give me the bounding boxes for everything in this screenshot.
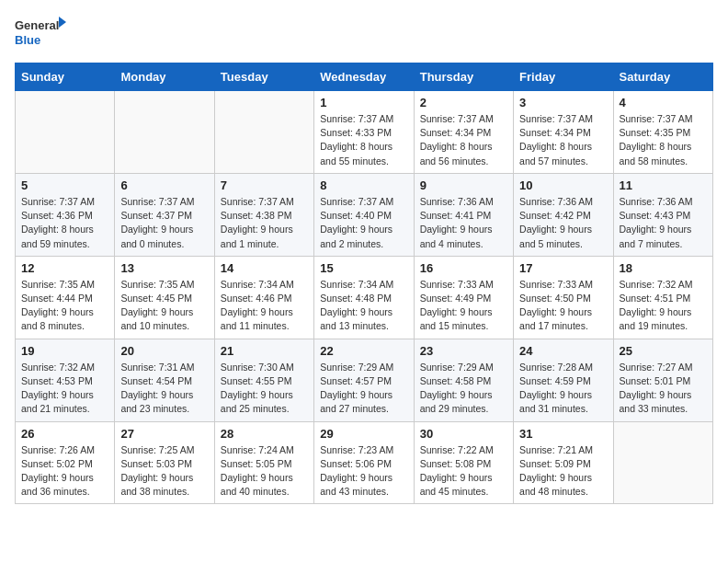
calendar-week-row: 1Sunrise: 7:37 AM Sunset: 4:33 PM Daylig… — [16, 91, 713, 174]
calendar-cell — [613, 421, 712, 504]
calendar-cell: 4Sunrise: 7:37 AM Sunset: 4:35 PM Daylig… — [613, 91, 712, 174]
day-info: Sunrise: 7:21 AM Sunset: 5:09 PM Dayligh… — [519, 443, 607, 500]
calendar-cell: 5Sunrise: 7:37 AM Sunset: 4:36 PM Daylig… — [16, 173, 115, 256]
day-info: Sunrise: 7:23 AM Sunset: 5:06 PM Dayligh… — [320, 443, 407, 500]
calendar-cell: 31Sunrise: 7:21 AM Sunset: 5:09 PM Dayli… — [514, 421, 613, 504]
day-info: Sunrise: 7:37 AM Sunset: 4:37 PM Dayligh… — [120, 195, 208, 251]
calendar-week-row: 19Sunrise: 7:32 AM Sunset: 4:53 PM Dayli… — [16, 339, 713, 421]
day-number: 13 — [120, 261, 208, 275]
day-number: 21 — [221, 344, 308, 358]
calendar-cell: 19Sunrise: 7:32 AM Sunset: 4:53 PM Dayli… — [16, 339, 115, 421]
day-number: 17 — [519, 261, 607, 275]
logo: GeneralBlue — [15, 15, 70, 52]
calendar-cell — [115, 91, 214, 174]
calendar-week-row: 12Sunrise: 7:35 AM Sunset: 4:44 PM Dayli… — [16, 256, 713, 339]
day-info: Sunrise: 7:35 AM Sunset: 4:45 PM Dayligh… — [120, 278, 208, 334]
day-info: Sunrise: 7:37 AM Sunset: 4:35 PM Dayligh… — [620, 112, 707, 168]
day-number: 10 — [519, 178, 607, 192]
day-number: 7 — [221, 178, 308, 192]
day-info: Sunrise: 7:27 AM Sunset: 5:01 PM Dayligh… — [620, 361, 707, 417]
day-number: 26 — [21, 427, 108, 441]
calendar-cell: 18Sunrise: 7:32 AM Sunset: 4:51 PM Dayli… — [613, 256, 712, 339]
calendar-cell: 17Sunrise: 7:33 AM Sunset: 4:50 PM Dayli… — [514, 256, 613, 339]
day-number: 19 — [21, 344, 108, 358]
day-info: Sunrise: 7:37 AM Sunset: 4:38 PM Dayligh… — [221, 195, 308, 251]
day-info: Sunrise: 7:32 AM Sunset: 4:53 PM Dayligh… — [21, 361, 108, 417]
calendar-header-tuesday: Tuesday — [214, 63, 313, 91]
day-info: Sunrise: 7:22 AM Sunset: 5:08 PM Dayligh… — [420, 443, 507, 500]
calendar-cell: 1Sunrise: 7:37 AM Sunset: 4:33 PM Daylig… — [314, 91, 414, 174]
day-info: Sunrise: 7:24 AM Sunset: 5:05 PM Dayligh… — [221, 443, 308, 500]
calendar-cell: 30Sunrise: 7:22 AM Sunset: 5:08 PM Dayli… — [414, 421, 513, 504]
day-number: 6 — [120, 178, 208, 192]
day-info: Sunrise: 7:37 AM Sunset: 4:34 PM Dayligh… — [519, 112, 607, 168]
calendar-cell: 24Sunrise: 7:28 AM Sunset: 4:59 PM Dayli… — [514, 339, 613, 421]
calendar-cell — [214, 91, 313, 174]
day-number: 5 — [21, 178, 108, 192]
day-number: 12 — [21, 261, 108, 275]
day-info: Sunrise: 7:37 AM Sunset: 4:40 PM Dayligh… — [320, 195, 407, 251]
day-info: Sunrise: 7:28 AM Sunset: 4:59 PM Dayligh… — [519, 361, 607, 417]
calendar-cell: 16Sunrise: 7:33 AM Sunset: 4:49 PM Dayli… — [414, 256, 513, 339]
day-info: Sunrise: 7:25 AM Sunset: 5:03 PM Dayligh… — [120, 443, 208, 500]
svg-text:Blue: Blue — [15, 33, 40, 47]
svg-marker-1 — [59, 17, 66, 28]
calendar-header-saturday: Saturday — [613, 63, 712, 91]
day-info: Sunrise: 7:37 AM Sunset: 4:34 PM Dayligh… — [420, 112, 507, 168]
day-number: 28 — [221, 427, 308, 441]
calendar-cell: 9Sunrise: 7:36 AM Sunset: 4:41 PM Daylig… — [414, 173, 513, 256]
calendar-header-friday: Friday — [514, 63, 613, 91]
day-number: 1 — [320, 96, 407, 109]
calendar-cell: 8Sunrise: 7:37 AM Sunset: 4:40 PM Daylig… — [314, 173, 414, 256]
day-info: Sunrise: 7:36 AM Sunset: 4:43 PM Dayligh… — [620, 195, 707, 251]
calendar-header-wednesday: Wednesday — [314, 63, 414, 91]
calendar-cell: 14Sunrise: 7:34 AM Sunset: 4:46 PM Dayli… — [214, 256, 313, 339]
calendar-header-sunday: Sunday — [16, 63, 115, 91]
day-info: Sunrise: 7:34 AM Sunset: 4:48 PM Dayligh… — [320, 278, 407, 334]
calendar-cell: 21Sunrise: 7:30 AM Sunset: 4:55 PM Dayli… — [214, 339, 313, 421]
day-number: 9 — [420, 178, 507, 192]
day-info: Sunrise: 7:36 AM Sunset: 4:41 PM Dayligh… — [420, 195, 507, 251]
day-info: Sunrise: 7:29 AM Sunset: 4:57 PM Dayligh… — [320, 361, 407, 417]
day-info: Sunrise: 7:29 AM Sunset: 4:58 PM Dayligh… — [420, 361, 507, 417]
calendar-cell: 15Sunrise: 7:34 AM Sunset: 4:48 PM Dayli… — [314, 256, 414, 339]
day-number: 31 — [519, 427, 607, 441]
calendar-cell: 7Sunrise: 7:37 AM Sunset: 4:38 PM Daylig… — [214, 173, 313, 256]
logo-icon: GeneralBlue — [15, 15, 70, 52]
day-number: 22 — [320, 344, 407, 358]
page-header: GeneralBlue — [15, 15, 713, 52]
calendar-cell: 10Sunrise: 7:36 AM Sunset: 4:42 PM Dayli… — [514, 173, 613, 256]
day-info: Sunrise: 7:35 AM Sunset: 4:44 PM Dayligh… — [21, 278, 108, 334]
day-info: Sunrise: 7:31 AM Sunset: 4:54 PM Dayligh… — [120, 361, 208, 417]
day-number: 27 — [120, 427, 208, 441]
calendar-header-monday: Monday — [115, 63, 214, 91]
calendar-week-row: 5Sunrise: 7:37 AM Sunset: 4:36 PM Daylig… — [16, 173, 713, 256]
svg-text:General: General — [15, 18, 59, 32]
calendar-header-row: SundayMondayTuesdayWednesdayThursdayFrid… — [16, 63, 713, 91]
day-number: 20 — [120, 344, 208, 358]
day-number: 29 — [320, 427, 407, 441]
calendar-header-thursday: Thursday — [414, 63, 513, 91]
calendar-cell: 11Sunrise: 7:36 AM Sunset: 4:43 PM Dayli… — [613, 173, 712, 256]
calendar-week-row: 26Sunrise: 7:26 AM Sunset: 5:02 PM Dayli… — [16, 421, 713, 504]
calendar-cell: 12Sunrise: 7:35 AM Sunset: 4:44 PM Dayli… — [16, 256, 115, 339]
day-info: Sunrise: 7:33 AM Sunset: 4:50 PM Dayligh… — [519, 278, 607, 334]
calendar-cell: 25Sunrise: 7:27 AM Sunset: 5:01 PM Dayli… — [613, 339, 712, 421]
day-info: Sunrise: 7:34 AM Sunset: 4:46 PM Dayligh… — [221, 278, 308, 334]
calendar-cell: 22Sunrise: 7:29 AM Sunset: 4:57 PM Dayli… — [314, 339, 414, 421]
calendar-table: SundayMondayTuesdayWednesdayThursdayFrid… — [15, 63, 713, 504]
day-number: 11 — [620, 178, 707, 192]
calendar-cell: 27Sunrise: 7:25 AM Sunset: 5:03 PM Dayli… — [115, 421, 214, 504]
day-info: Sunrise: 7:37 AM Sunset: 4:36 PM Dayligh… — [21, 195, 108, 251]
calendar-cell: 20Sunrise: 7:31 AM Sunset: 4:54 PM Dayli… — [115, 339, 214, 421]
day-number: 24 — [519, 344, 607, 358]
calendar-cell: 26Sunrise: 7:26 AM Sunset: 5:02 PM Dayli… — [16, 421, 115, 504]
day-number: 14 — [221, 261, 308, 275]
day-info: Sunrise: 7:33 AM Sunset: 4:49 PM Dayligh… — [420, 278, 507, 334]
calendar-cell — [16, 91, 115, 174]
day-info: Sunrise: 7:37 AM Sunset: 4:33 PM Dayligh… — [320, 112, 407, 168]
calendar-cell: 13Sunrise: 7:35 AM Sunset: 4:45 PM Dayli… — [115, 256, 214, 339]
day-info: Sunrise: 7:30 AM Sunset: 4:55 PM Dayligh… — [221, 361, 308, 417]
day-info: Sunrise: 7:36 AM Sunset: 4:42 PM Dayligh… — [519, 195, 607, 251]
day-number: 4 — [620, 96, 707, 109]
